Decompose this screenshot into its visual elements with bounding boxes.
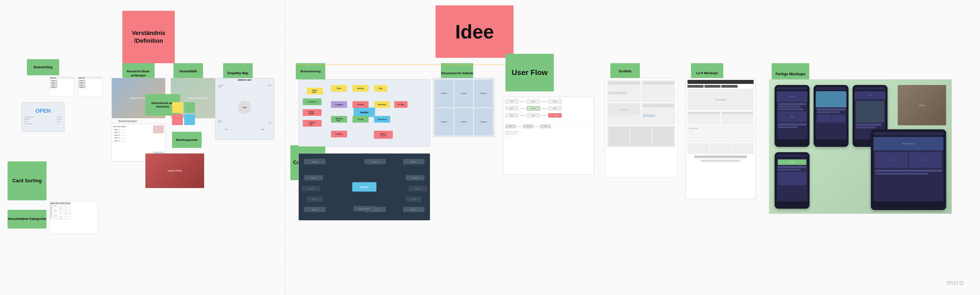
brainwriting-sticky[interactable]: Brainwriting	[27, 59, 59, 75]
card-sort-table-bottom: ItemCat 1Cat 2Cat 3 Ax Bx Cx Dx Ex Fx	[50, 202, 98, 234]
lofi-img: Hero Image Content section..............…	[686, 78, 756, 199]
dark-mindmap: Central Node A Node B Node C Node D Node…	[298, 153, 430, 220]
user-flow-diagram: Start Step 1 Step 2 Step 3 Decision Step…	[503, 97, 594, 175]
canvas: Brainwriting Card Sorting User #1 Catego…	[0, 0, 980, 295]
scribble-img: Map View	[605, 78, 678, 177]
user-flow-sticky[interactable]: User Flow	[506, 54, 554, 91]
fertige-mockups-img: Header Map	[769, 79, 952, 214]
photo-marktsegmente: Market Photo	[145, 153, 204, 188]
definition-sticky[interactable]: Verständnis /Definition	[123, 11, 175, 63]
beobachtungen-label: Beobachtungen	[118, 120, 137, 123]
verschiedene-sticky[interactable]: Verschiedene Kategorien	[8, 210, 46, 229]
scribble-sticky[interactable]: Scribble	[610, 63, 640, 79]
idee-sticky[interactable]: Idee	[436, 5, 514, 58]
section-divider	[285, 0, 286, 295]
open-mindmap: OPEN Lorem ipsumdolor sitametconsectetur…	[22, 102, 65, 132]
card-sorting-sticky-left[interactable]: Card Sorting	[8, 161, 46, 200]
user1-card: User #1 Category ACategory BCategory CCa…	[50, 77, 74, 97]
marktsegmente-sticky[interactable]: Marktsegmente	[172, 132, 202, 148]
miro-logo: miro	[947, 278, 964, 287]
user2-card: User #2 Category ACategory BCategory CCa…	[78, 77, 102, 97]
gesamtbild-sticky[interactable]: Gesamtbild	[173, 63, 203, 79]
brainstorming-diagram: Garden Daten-bank Lernserver BudgeStuden…	[298, 79, 430, 147]
brainstorming-sticky[interactable]: Brainstorming	[296, 63, 325, 79]
storyboard-img: Frame 1 Frame 2 Frame 3 Frame 4 Frame 5 …	[433, 78, 495, 137]
empathy-map-img: EMPATHY MAP User Think &Feel Hear Say &D…	[215, 78, 274, 140]
